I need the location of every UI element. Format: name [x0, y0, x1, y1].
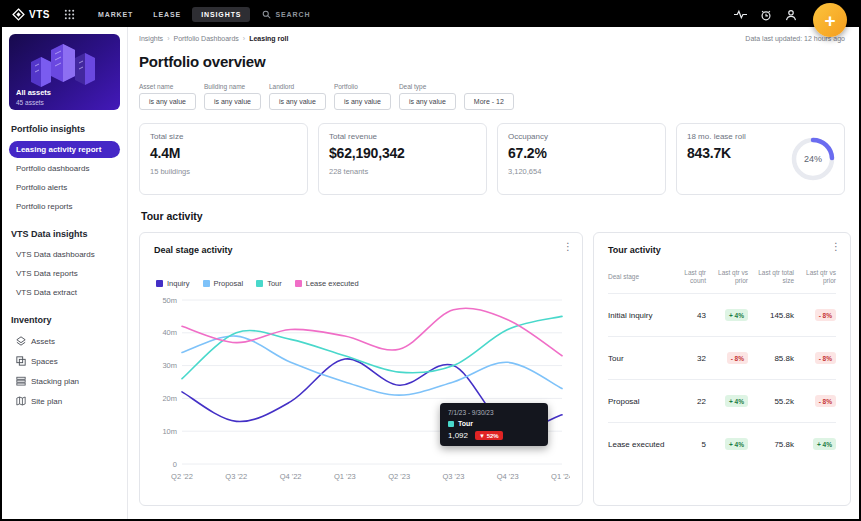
filters-bar: Asset name is any value Building name is…: [139, 83, 845, 110]
brand-text: VTS: [29, 9, 50, 20]
more-filters-button[interactable]: More - 12: [464, 93, 514, 110]
filter-asset-name-dropdown[interactable]: is any value: [139, 93, 196, 110]
table-card-title: Tour activity: [608, 245, 836, 255]
nav-lease[interactable]: LEASE: [144, 7, 190, 22]
sidebar-heading-inventory: Inventory: [11, 315, 118, 325]
size-delta-badge: - 8%: [815, 395, 836, 407]
assets-icon: [16, 336, 26, 346]
breadcrumb-current: Leasing roll: [249, 35, 288, 42]
site-plan-icon: [16, 396, 26, 406]
sidebar-item-portfolio-reports[interactable]: Portfolio reports: [9, 198, 120, 215]
search-input[interactable]: SEARCH: [262, 10, 310, 19]
kebab-menu-icon[interactable]: ⋮: [831, 242, 841, 252]
kpi-row: Total size 4.4M 15 buildings Total reven…: [139, 123, 845, 195]
nav-market[interactable]: MARKET: [89, 7, 142, 22]
nav-insights[interactable]: INSIGHTS: [192, 7, 250, 22]
breadcrumb: Insights › Portfolio Dashboards › Leasin…: [139, 35, 288, 42]
sidebar-item-assets[interactable]: Assets: [9, 332, 120, 350]
vts-logo-icon: [12, 8, 25, 21]
chart-legend: Inquiry Proposal Tour Lease executed: [156, 279, 568, 288]
cell-stage: Initial inquiry: [608, 311, 670, 320]
kpi-occupancy: Occupancy 67.2% 3,120,654: [497, 123, 666, 195]
table-row[interactable]: Tour 32 - 8% 85.8k - 8%: [608, 336, 836, 379]
sidebar-heading-portfolio-insights: Portfolio insights: [11, 124, 118, 134]
size-delta-badge: - 8%: [815, 309, 836, 321]
line-chart[interactable]: 010m20m30m40m50mQ2 '22Q3 '22Q4 '22Q1 '23…: [154, 292, 568, 484]
kpi-lease-roll: 18 mo. lease roll 843.7K 24%: [676, 123, 845, 195]
donut-percent-label: 24%: [804, 154, 822, 164]
sidebar-heading-vts-data-insights: VTS Data insights: [11, 229, 118, 239]
breadcrumb-portfolio-dashboards[interactable]: Portfolio Dashboards: [173, 35, 238, 42]
sidebar-item-portfolio-alerts[interactable]: Portfolio alerts: [9, 179, 120, 196]
search-label: SEARCH: [275, 11, 310, 18]
cell-count: 22: [670, 397, 706, 406]
activity-icon[interactable]: [734, 9, 747, 20]
col-count-vs-prior[interactable]: Last qtr vs prior: [706, 269, 748, 285]
filter-building-name: Building name is any value: [204, 83, 261, 110]
vts-logo[interactable]: VTS: [12, 8, 50, 21]
topbar-icons: [734, 9, 797, 21]
svg-text:0: 0: [173, 460, 177, 469]
col-last-qtr-total-size[interactable]: Last qtr total size: [748, 269, 794, 285]
col-size-vs-prior[interactable]: Last qtr vs prior: [794, 269, 836, 285]
table-row[interactable]: Proposal 22 + 4% 55.2k - 8%: [608, 379, 836, 422]
filter-landlord-dropdown[interactable]: is any value: [269, 93, 326, 110]
col-deal-stage[interactable]: Deal stage: [608, 273, 670, 281]
cell-stage: Tour: [608, 354, 670, 363]
table-row[interactable]: Initial inquiry 43 + 4% 145.8k - 8%: [608, 293, 836, 336]
sidebar-item-vts-data-reports[interactable]: VTS Data reports: [9, 265, 120, 282]
app-grid-icon[interactable]: [64, 9, 75, 20]
kpi-subtext: 3,120,654: [508, 167, 655, 176]
alarm-icon[interactable]: [760, 9, 772, 21]
col-last-qtr-count[interactable]: Last qtr count: [670, 269, 706, 285]
legend-proposal[interactable]: Proposal: [203, 279, 244, 288]
legend-label: Inquiry: [167, 279, 190, 288]
tooltip-period: 7/1/23 - 9/30/23: [448, 409, 540, 416]
sidebar-item-label: Site plan: [31, 397, 62, 406]
cell-count: 32: [670, 354, 706, 363]
kebab-menu-icon[interactable]: ⋮: [563, 242, 573, 252]
filter-deal-type-dropdown[interactable]: is any value: [399, 93, 456, 110]
filter-label: Building name: [204, 83, 261, 90]
svg-text:50m: 50m: [162, 296, 177, 305]
table-row[interactable]: Lease executed 5 + 4% 75.8k + 4%: [608, 422, 836, 465]
table-header: Deal stage Last qtr count Last qtr vs pr…: [608, 269, 836, 293]
breadcrumb-insights[interactable]: Insights: [139, 35, 163, 42]
sidebar-item-vts-data-dashboards[interactable]: VTS Data dashboards: [9, 246, 120, 263]
cell-stage: Proposal: [608, 397, 670, 406]
lease-roll-donut-chart: 24%: [789, 135, 837, 183]
svg-text:Q4 '23: Q4 '23: [497, 472, 519, 481]
tooltip-value: 1,092: [448, 431, 468, 440]
filter-portfolio-dropdown[interactable]: is any value: [334, 93, 391, 110]
svg-text:10m: 10m: [162, 427, 177, 436]
legend-inquiry[interactable]: Inquiry: [156, 279, 190, 288]
legend-tour[interactable]: Tour: [256, 279, 282, 288]
top-nav: MARKET LEASE INSIGHTS: [89, 7, 250, 22]
legend-swatch-icon: [295, 280, 302, 287]
sidebar-item-leasing-activity-report[interactable]: Leasing activity report: [9, 141, 120, 158]
sidebar-item-stacking-plan[interactable]: Stacking plan: [9, 372, 120, 390]
sidebar-item-site-plan[interactable]: Site plan: [9, 392, 120, 410]
kpi-label: Occupancy: [508, 132, 655, 141]
cell-size: 145.8k: [748, 311, 794, 320]
cell-stage: Lease executed: [608, 440, 670, 449]
filter-building-name-dropdown[interactable]: is any value: [204, 93, 261, 110]
section-title: Tour activity: [141, 210, 845, 222]
filter-label: Asset name: [139, 83, 196, 90]
asset-selector-card[interactable]: All assets 45 assets: [9, 34, 120, 110]
spaces-icon: [16, 356, 26, 366]
legend-label: Tour: [267, 279, 282, 288]
tour-activity-card: Tour activity ⋮ Deal stage Last qtr coun…: [593, 232, 851, 506]
cell-size: 85.8k: [748, 354, 794, 363]
legend-lease-executed[interactable]: Lease executed: [295, 279, 359, 288]
breadcrumb-separator: ›: [243, 35, 245, 42]
user-icon[interactable]: [785, 9, 797, 21]
sidebar-item-spaces[interactable]: Spaces: [9, 352, 120, 370]
kpi-label: Total size: [150, 132, 297, 141]
svg-text:Q2 '22: Q2 '22: [171, 472, 193, 481]
sidebar-item-portfolio-dashboards[interactable]: Portfolio dashboards: [9, 160, 120, 177]
stacking-plan-icon: [16, 376, 26, 386]
asset-card-subtitle: 45 assets: [16, 99, 44, 106]
add-button[interactable]: +: [813, 3, 847, 37]
sidebar-item-vts-data-extract[interactable]: VTS Data extract: [9, 284, 120, 301]
